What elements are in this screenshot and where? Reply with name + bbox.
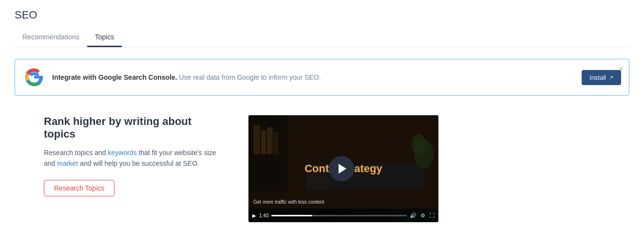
market-link[interactable]: market xyxy=(57,159,78,167)
install-label: Install xyxy=(589,74,606,81)
close-banner-button[interactable]: × xyxy=(619,65,623,73)
svg-rect-4 xyxy=(267,127,273,154)
svg-point-9 xyxy=(412,134,426,155)
main-heading: Rank higher by writing about topics xyxy=(44,115,219,141)
video-background: Cont ategy Get more traffic with less co… xyxy=(248,115,438,222)
hero-section: Rank higher by writing about topics Rese… xyxy=(15,110,629,227)
main-content: Integrate with Google Search Console. Us… xyxy=(0,47,644,239)
google-logo-icon xyxy=(23,66,45,88)
video-ctrl-icons: 🔊 ⚙ ⛶ xyxy=(410,212,435,219)
page-title: SEO xyxy=(15,9,629,21)
video-progress-fill xyxy=(271,215,312,216)
video-play-button[interactable] xyxy=(329,156,354,181)
video-time: 1:40 xyxy=(259,213,268,218)
banner-bold-text: Integrate with Google Search Console. xyxy=(52,73,177,81)
main-description: Research topics and keywords that fit yo… xyxy=(44,147,219,169)
text-section: Rank higher by writing about topics Rese… xyxy=(44,115,219,196)
keywords-link[interactable]: keywords xyxy=(108,149,137,157)
video-player[interactable]: Cont ategy Get more traffic with less co… xyxy=(248,115,438,222)
video-controls-bar: ▶ 1:40 🔊 ⚙ ⛶ xyxy=(248,209,438,222)
google-banner: Integrate with Google Search Console. Us… xyxy=(15,59,629,96)
banner-description: Integrate with Google Search Console. Us… xyxy=(52,73,572,81)
svg-rect-3 xyxy=(261,130,266,154)
tab-bar: Recommendations Topics xyxy=(15,28,629,47)
video-title-overlay: Cont ategy xyxy=(248,156,438,181)
svg-rect-2 xyxy=(253,125,260,154)
tab-topics[interactable]: Topics xyxy=(87,28,122,47)
research-topics-button[interactable]: Research Topics xyxy=(44,180,114,196)
video-progress-bar[interactable] xyxy=(271,215,407,216)
video-subtitle: Get more traffic with less content xyxy=(253,199,324,205)
page-header: SEO Recommendations Topics xyxy=(0,0,644,47)
tab-recommendations[interactable]: Recommendations xyxy=(15,28,87,47)
volume-icon[interactable]: 🔊 xyxy=(410,212,417,219)
install-button[interactable]: Install ↗ xyxy=(582,70,621,85)
banner-subtle-text: Use real data from Google to inform your… xyxy=(179,73,321,81)
video-section: Cont ategy Get more traffic with less co… xyxy=(248,115,438,222)
fullscreen-icon[interactable]: ⛶ xyxy=(429,212,435,219)
video-text-left: Cont xyxy=(304,162,329,175)
svg-rect-5 xyxy=(274,132,279,154)
video-text-right: ategy xyxy=(354,162,382,175)
play-triangle-icon xyxy=(339,164,346,174)
settings-icon[interactable]: ⚙ xyxy=(420,212,425,219)
play-pause-control[interactable]: ▶ xyxy=(252,213,256,218)
external-link-icon: ↗ xyxy=(609,74,613,81)
